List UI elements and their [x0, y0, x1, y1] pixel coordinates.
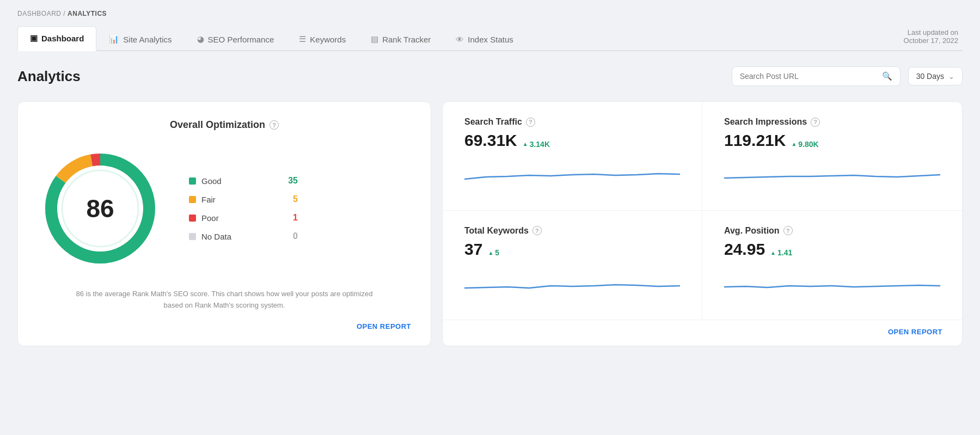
open-report-left-link[interactable]: OPEN REPORT	[38, 322, 411, 330]
analytics-header: Analytics 🔍 30 Days ⌄	[17, 66, 963, 86]
metric-avg-position-label: Avg. Position ?	[724, 226, 940, 236]
metric-total-keywords-label: Total Keywords ?	[464, 226, 680, 236]
days-dropdown[interactable]: 30 Days ⌄	[908, 67, 963, 85]
metric-search-impressions: Search Impressions ? 119.21K ▲ 9.80K	[702, 102, 962, 211]
metrics-card: Search Traffic ? 69.31K ▲ 3.14K	[442, 101, 963, 346]
metric-total-keywords-text: Total Keywords	[464, 226, 529, 236]
delta-arrow-up-3: ▲	[488, 250, 493, 256]
tab-rank-tracker-label: Rank Tracker	[382, 35, 431, 44]
legend-value-good: 35	[288, 176, 298, 186]
gauge-icon: ◕	[197, 34, 204, 44]
optimization-note: 86 is the average Rank Math's SEO score.…	[66, 289, 382, 311]
metric-total-keywords: Total Keywords ? 37 ▲ 5	[443, 211, 702, 320]
breadcrumb-current: ANALYTICS	[68, 10, 107, 17]
optimization-help-icon[interactable]: ?	[270, 120, 279, 130]
monitor2-icon: ▤	[371, 34, 378, 44]
open-report-right-link[interactable]: OPEN REPORT	[462, 328, 942, 336]
sparkline-avg-position	[724, 266, 940, 292]
metric-total-keywords-value: 37	[464, 240, 482, 259]
metric-avg-position-value-row: 24.95 ▲ 1.41	[724, 240, 940, 259]
donut-chart: 86	[38, 146, 163, 271]
metric-search-traffic-value: 69.31K	[464, 131, 517, 150]
metric-search-impressions-value: 119.21K	[724, 131, 786, 150]
metric-search-traffic-delta-value: 3.14K	[530, 140, 550, 149]
sparkline-search-traffic	[464, 157, 680, 183]
legend-item-poor: Poor 1	[189, 213, 298, 223]
legend-item-fair: Fair 5	[189, 194, 298, 204]
metric-search-impressions-text: Search Impressions	[724, 117, 807, 127]
tab-rank-tracker[interactable]: ▤ Rank Tracker	[358, 27, 443, 51]
legend-dot-poor	[189, 215, 196, 222]
tab-site-analytics-label: Site Analytics	[123, 35, 171, 44]
metric-total-keywords-delta: ▲ 5	[488, 248, 499, 257]
metric-avg-position: Avg. Position ? 24.95 ▲ 1.41	[702, 211, 962, 320]
search-url-field[interactable]: 🔍	[732, 66, 901, 86]
delta-arrow-up: ▲	[523, 141, 528, 147]
metrics-card-footer: OPEN REPORT	[443, 320, 962, 346]
tab-seo-performance-label: SEO Performance	[208, 35, 274, 44]
metric-search-traffic-text: Search Traffic	[464, 117, 522, 127]
tab-index-status[interactable]: 👁 Index Status	[443, 28, 525, 51]
delta-arrow-up-4: ▲	[770, 250, 776, 256]
days-dropdown-label: 30 Days	[916, 72, 944, 81]
avg-position-help-icon[interactable]: ?	[783, 226, 793, 235]
chevron-down-icon: ⌄	[948, 72, 954, 81]
tab-seo-performance[interactable]: ◕ SEO Performance	[185, 27, 287, 51]
optimization-card: Overall Optimization ?	[17, 101, 431, 346]
last-updated-date: October 17, 2022	[904, 36, 958, 45]
search-impressions-help-icon[interactable]: ?	[811, 118, 820, 127]
cards-row: Overall Optimization ?	[17, 101, 963, 346]
legend-value-nodata: 0	[293, 231, 298, 241]
metric-total-keywords-delta-value: 5	[495, 248, 499, 257]
metric-avg-position-delta-value: 1.41	[777, 248, 792, 257]
sparkline-total-keywords	[464, 266, 680, 292]
metric-search-impressions-label: Search Impressions ?	[724, 117, 940, 127]
delta-arrow-up-2: ▲	[791, 141, 797, 147]
total-keywords-help-icon[interactable]: ?	[532, 226, 542, 235]
last-updated-label: Last updated on	[908, 28, 958, 36]
metric-search-traffic-delta: ▲ 3.14K	[523, 140, 550, 149]
page-title: Analytics	[17, 68, 81, 85]
metric-avg-position-delta: ▲ 1.41	[770, 248, 792, 257]
legend-dot-good	[189, 177, 196, 185]
tabs-row: ▣ Dashboard 📊 Site Analytics ◕ SEO Perfo…	[17, 25, 963, 51]
legend-label-fair: Fair	[201, 195, 216, 204]
metric-avg-position-value: 24.95	[724, 240, 765, 259]
legend-label-good: Good	[201, 176, 222, 186]
search-url-input[interactable]	[740, 72, 878, 81]
legend-dot-fair	[189, 196, 196, 203]
search-icon: 🔍	[882, 71, 892, 81]
legend-value-poor: 1	[293, 213, 298, 223]
metric-total-keywords-value-row: 37 ▲ 5	[464, 240, 680, 259]
legend-item-good: Good 35	[189, 176, 298, 186]
tab-dashboard[interactable]: ▣ Dashboard	[17, 26, 96, 51]
breadcrumb: DASHBOARD / ANALYTICS	[17, 10, 963, 17]
legend-label-nodata: No Data	[201, 232, 231, 241]
metric-search-impressions-value-row: 119.21K ▲ 9.80K	[724, 131, 940, 150]
metric-search-impressions-delta: ▲ 9.80K	[791, 140, 818, 149]
tab-keywords[interactable]: ☰ Keywords	[286, 27, 358, 51]
legend-item-nodata: No Data 0	[189, 231, 298, 241]
metric-search-traffic: Search Traffic ? 69.31K ▲ 3.14K	[443, 102, 702, 211]
legend-dot-nodata	[189, 233, 196, 240]
tab-dashboard-label: Dashboard	[41, 34, 84, 43]
optimization-body: 86 Good 35 Fair	[38, 146, 411, 271]
metric-search-traffic-label: Search Traffic ?	[464, 117, 680, 127]
sparkline-search-impressions	[724, 157, 940, 183]
analytics-controls: 🔍 30 Days ⌄	[732, 66, 963, 86]
metrics-grid: Search Traffic ? 69.31K ▲ 3.14K	[443, 102, 962, 320]
optimization-title: Overall Optimization ?	[170, 119, 279, 131]
search-traffic-help-icon[interactable]: ?	[526, 118, 535, 127]
optimization-legend: Good 35 Fair 5 Poor	[189, 176, 298, 241]
tab-site-analytics[interactable]: 📊 Site Analytics	[96, 27, 184, 51]
legend-label-poor: Poor	[201, 213, 219, 223]
metric-avg-position-text: Avg. Position	[724, 226, 780, 236]
optimization-title-text: Overall Optimization	[170, 119, 265, 131]
metric-search-traffic-value-row: 69.31K ▲ 3.14K	[464, 131, 680, 150]
tabs-container: ▣ Dashboard 📊 Site Analytics ◕ SEO Perfo…	[17, 25, 526, 50]
legend-value-fair: 5	[293, 194, 298, 204]
last-updated: Last updated on October 17, 2022	[904, 28, 963, 50]
metric-search-impressions-delta-value: 9.80K	[798, 140, 818, 149]
breadcrumb-separator: /	[63, 10, 65, 17]
eye-icon: 👁	[456, 35, 464, 44]
